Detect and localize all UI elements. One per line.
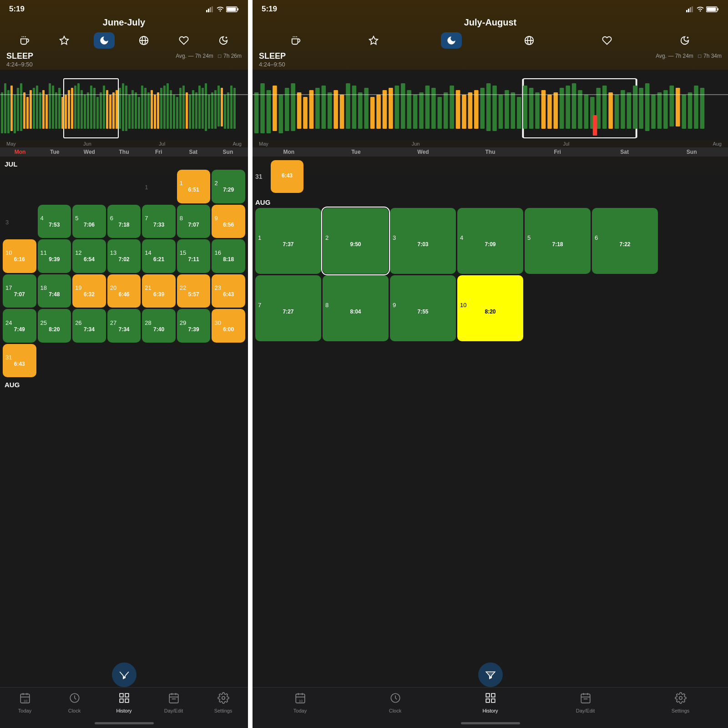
cal-aug-8[interactable]: 88:04 xyxy=(323,275,389,341)
tab-icon-coffee[interactable] xyxy=(14,32,35,49)
chart-svg-2 xyxy=(253,70,728,140)
svg-rect-158 xyxy=(474,90,479,129)
tab2-icon-zzz[interactable] xyxy=(674,32,695,49)
row-31: 31 6:43 xyxy=(255,158,725,195)
tab2-settings[interactable]: Settings xyxy=(665,692,697,713)
tab2-icon-globe[interactable] xyxy=(519,32,540,49)
svg-rect-153 xyxy=(450,86,454,129)
svg-rect-63 xyxy=(154,95,156,129)
cal-jul-26[interactable]: 267:34 xyxy=(72,309,106,343)
cal-jul-8[interactable]: 87:07 xyxy=(177,205,211,238)
svg-rect-74 xyxy=(189,95,191,129)
svg-rect-84 xyxy=(221,88,223,126)
cal-jul-15[interactable]: 157:11 xyxy=(177,239,211,273)
dow-thu: Thu xyxy=(106,149,141,155)
svg-rect-2 xyxy=(210,7,211,12)
calendar-2: 31 6:43 AUG 17:37 29:50 37:03 47:09 57:1… xyxy=(253,157,728,387)
cal-aug-1[interactable]: 17:37 xyxy=(255,208,321,274)
cal-jul-6[interactable]: 67:18 xyxy=(107,205,141,238)
cal-jul-20[interactable]: 206:46 xyxy=(107,274,141,308)
cal-aug-7[interactable]: 77:27 xyxy=(255,275,321,341)
tab-clock[interactable]: Clock xyxy=(59,692,91,713)
cal-jul-24[interactable]: 247:49 xyxy=(3,309,36,343)
tab-icon-moon[interactable] xyxy=(94,32,115,49)
svg-rect-125 xyxy=(279,95,283,133)
cal-aug-2-selected[interactable]: 29:50 xyxy=(323,208,389,274)
svg-rect-26 xyxy=(39,92,41,129)
cal-jul-14[interactable]: 146:21 xyxy=(142,239,176,273)
svg-rect-52 xyxy=(119,88,121,129)
tab-today[interactable]: 10 Today xyxy=(9,692,41,713)
svg-rect-109 xyxy=(690,7,691,12)
cal-jul-31[interactable]: 316:43 xyxy=(3,344,36,378)
filter-button-2[interactable] xyxy=(478,662,503,687)
cal-jul-30[interactable]: 306:00 xyxy=(212,309,245,343)
cal-jul-29[interactable]: 297:39 xyxy=(177,309,211,343)
cal-jul-16[interactable]: 168:18 xyxy=(212,239,245,273)
status-time-2: 5:19 xyxy=(262,5,277,14)
filter-icon-2 xyxy=(485,669,496,681)
cal-jul-23[interactable]: 236:43 xyxy=(212,274,245,308)
cal-jul-12[interactable]: 126:54 xyxy=(72,239,106,273)
tab2-today[interactable]: 10 Today xyxy=(284,692,316,713)
svg-rect-31 xyxy=(55,92,57,129)
cal-jul-21[interactable]: 216:39 xyxy=(142,274,176,308)
tab2-dayedit[interactable]: Day/Edit xyxy=(570,692,602,713)
svg-rect-55 xyxy=(128,95,131,129)
cal-empty xyxy=(177,344,211,378)
cal-aug-6[interactable]: 67:22 xyxy=(592,208,658,274)
svg-rect-127 xyxy=(291,83,295,131)
svg-rect-138 xyxy=(358,92,363,129)
cal-jul-28[interactable]: 287:40 xyxy=(142,309,176,343)
cal-jul-27[interactable]: 277:34 xyxy=(107,309,141,343)
cal-jul-10[interactable]: 106:16 xyxy=(3,239,36,273)
tab-dayedit[interactable]: Day/Edit xyxy=(158,692,190,713)
tab-icon-globe[interactable] xyxy=(133,32,154,49)
svg-rect-209 xyxy=(581,694,590,703)
tab2-icon-coffee[interactable] xyxy=(285,32,306,49)
svg-rect-86 xyxy=(227,92,229,129)
svg-rect-190 xyxy=(670,86,674,126)
cal-jul-13[interactable]: 137:02 xyxy=(107,239,141,273)
phone1-tab-icons xyxy=(0,30,248,51)
svg-rect-43 xyxy=(90,86,92,129)
cal-jul-19[interactable]: 196:32 xyxy=(72,274,106,308)
cal-jul-5[interactable]: 57:06 xyxy=(72,205,106,238)
cal-aug-5[interactable]: 57:18 xyxy=(525,208,591,274)
cal-aug-10-today[interactable]: 108:20 xyxy=(457,275,523,341)
svg-rect-163 xyxy=(505,90,509,129)
cal-jul-4[interactable]: 47:53 xyxy=(38,205,71,238)
cal-jul-18[interactable]: 187:48 xyxy=(38,274,71,308)
tab2-icon-heart[interactable] xyxy=(597,32,617,49)
svg-rect-65 xyxy=(160,88,162,129)
svg-rect-18 xyxy=(14,95,16,133)
cal-aug-9[interactable]: 97:55 xyxy=(390,275,456,341)
cal-aug-3[interactable]: 37:03 xyxy=(390,208,456,274)
cal-jul-17[interactable]: 177:07 xyxy=(3,274,36,308)
tab2-icon-star[interactable] xyxy=(363,32,384,49)
cal-jul-7[interactable]: 77:33 xyxy=(142,205,176,238)
tab-icon-star[interactable] xyxy=(54,32,75,49)
cal-jul-1[interactable]: 16:51 xyxy=(177,170,211,203)
cal-aug-4[interactable]: 47:09 xyxy=(457,208,523,274)
svg-rect-205 xyxy=(486,693,490,697)
svg-rect-143 xyxy=(389,88,393,129)
svg-rect-32 xyxy=(58,88,61,129)
cal-jul-25[interactable]: 258:20 xyxy=(38,309,71,343)
cal-jul-9[interactable]: 96:56 xyxy=(212,205,245,238)
filter-button[interactable] xyxy=(112,662,136,687)
cal-jul-22[interactable]: 225:57 xyxy=(177,274,211,308)
dow-sat: Sat xyxy=(176,149,211,155)
tab-settings[interactable]: Settings xyxy=(207,692,239,713)
cal-jul-11[interactable]: 119:39 xyxy=(38,239,71,273)
tab2-clock[interactable]: Clock xyxy=(379,692,411,713)
svg-rect-161 xyxy=(492,86,497,131)
tab-icon-heart[interactable] xyxy=(173,32,194,49)
cal-jul-2[interactable]: 27:29 xyxy=(212,170,245,203)
cal-31-aug[interactable]: 6:43 xyxy=(271,160,303,193)
tab-icon-zzz[interactable] xyxy=(213,32,234,49)
tab2-history[interactable]: History xyxy=(475,692,506,713)
tab-history[interactable]: History xyxy=(108,692,140,713)
svg-rect-112 xyxy=(718,8,718,10)
tab2-icon-moon[interactable] xyxy=(441,32,462,49)
